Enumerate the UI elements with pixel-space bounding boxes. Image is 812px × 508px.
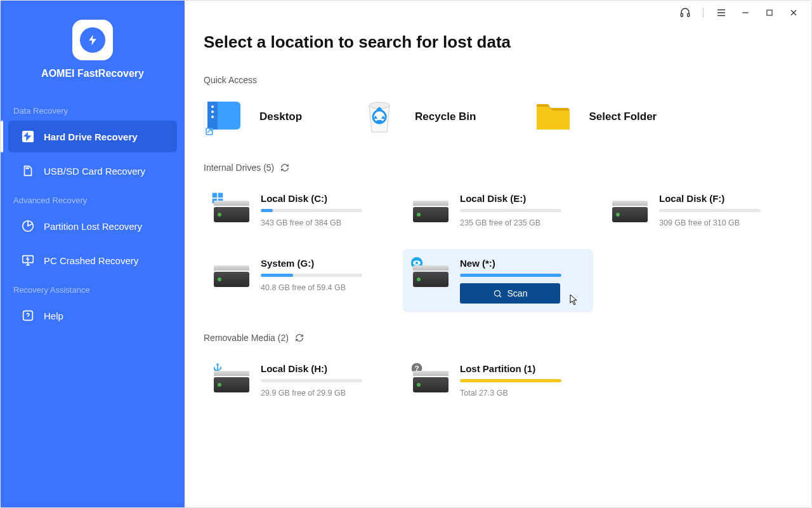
drive-local-e[interactable]: Local Disk (E:) 235 GB free of 235 GB — [403, 184, 593, 236]
sidebar-item-label: USB/SD Card Recovery — [44, 166, 145, 177]
folder-icon — [533, 97, 573, 137]
drive-free: 235 GB free of 235 GB — [460, 218, 583, 227]
headset-icon[interactable] — [679, 6, 691, 19]
sidebar-item-help[interactable]: Help — [8, 300, 177, 331]
sidebar-item-label: PC Crashed Recovery — [44, 255, 138, 266]
usage-bar — [659, 209, 761, 212]
hdd-icon — [413, 260, 449, 287]
drive-lost-partition[interactable]: ? Lost Partition (1) Total 27.3 GB — [403, 354, 593, 406]
drive-name: Local Disk (E:) — [460, 193, 583, 204]
drive-free: 309 GB free of 310 GB — [659, 218, 782, 227]
sidebar-item-partition-lost[interactable]: Partition Lost Recovery — [8, 210, 177, 242]
sidebar-item-label: Hard Drive Recovery — [44, 131, 138, 142]
quick-access-label: Desktop — [259, 110, 302, 123]
svg-point-10 — [211, 110, 214, 113]
refresh-icon[interactable] — [280, 163, 289, 172]
sidebar-section-label: Advanced Recovery — [1, 188, 185, 209]
scan-button[interactable]: Scan — [460, 283, 560, 304]
app-name: AOMEI FastRecovery — [41, 68, 144, 79]
help-icon — [21, 309, 35, 323]
main-content: Select a location to search for lost dat… — [185, 1, 811, 507]
svg-rect-14 — [213, 193, 218, 198]
sidebar-item-pc-crashed[interactable]: PC Crashed Recovery — [8, 244, 177, 276]
hdd-icon — [214, 260, 249, 287]
sidebar-item-usb-sd-recovery[interactable]: USB/SD Card Recovery — [8, 155, 177, 187]
svg-rect-15 — [218, 193, 223, 198]
hard-drive-icon — [21, 130, 35, 144]
quick-access-row: Desktop Recycle Bin Select Folder — [204, 97, 792, 137]
drive-local-f[interactable]: Local Disk (F:) 309 GB free of 310 GB — [602, 184, 792, 236]
svg-point-11 — [211, 116, 214, 118]
usage-bar — [261, 274, 362, 277]
usage-bar — [261, 379, 362, 382]
drive-free: 343 GB free of 384 GB — [261, 218, 384, 227]
quick-access-recycle-bin[interactable]: Recycle Bin — [359, 97, 476, 137]
svg-point-21 — [494, 290, 500, 296]
drive-free: 40.8 GB free of 59.4 GB — [261, 283, 384, 292]
hdd-icon — [214, 196, 249, 222]
hdd-icon — [612, 196, 648, 222]
svg-rect-4 — [681, 14, 683, 17]
quick-access-label: Quick Access — [204, 75, 792, 85]
hdd-icon — [413, 196, 449, 222]
recycle-bin-icon — [359, 97, 400, 137]
menu-icon[interactable] — [715, 6, 728, 19]
sd-card-icon — [21, 164, 35, 178]
usage-bar — [460, 379, 561, 382]
quick-access-desktop[interactable]: Desktop — [204, 97, 302, 137]
hdd-icon — [214, 366, 249, 392]
svg-rect-5 — [688, 14, 690, 17]
minimize-icon[interactable] — [739, 6, 752, 19]
sidebar-section-label: Data Recovery — [1, 98, 185, 119]
usage-bar — [460, 209, 561, 212]
drive-name: Local Disk (F:) — [659, 193, 782, 204]
sidebar-item-label: Help — [44, 311, 63, 321]
usage-bar — [460, 274, 561, 277]
usage-bar — [261, 209, 362, 212]
app-logo: AOMEI FastRecovery — [1, 20, 185, 79]
scan-button-label: Scan — [508, 288, 528, 298]
sidebar-section-label: Recovery Assistance — [1, 277, 185, 298]
refresh-icon[interactable] — [295, 333, 304, 342]
internal-drives-label: Internal Drives (5) — [204, 163, 792, 173]
drive-system-g[interactable]: System (G:) 40.8 GB free of 59.4 GB — [204, 249, 394, 312]
hdd-icon: ? — [413, 366, 449, 392]
removable-media-grid: Local Disk (H:) 29.9 GB free of 29.9 GB … — [204, 354, 792, 406]
drive-new[interactable]: New (*:) Scan — [403, 249, 593, 312]
sidebar-item-hard-drive-recovery[interactable]: Hard Drive Recovery — [8, 121, 177, 152]
drive-name: New (*:) — [460, 258, 583, 269]
drive-free: Total 27.3 GB — [460, 389, 583, 398]
page-title: Select a location to search for lost dat… — [204, 32, 792, 52]
quick-access-label: Select Folder — [589, 110, 657, 123]
svg-point-9 — [211, 105, 214, 108]
sidebar-item-label: Partition Lost Recovery — [44, 221, 142, 232]
app-logo-icon — [72, 20, 113, 60]
drive-name: Local Disk (H:) — [261, 363, 384, 374]
partition-icon — [21, 219, 35, 233]
sidebar: AOMEI FastRecovery Data Recovery Hard Dr… — [1, 1, 185, 507]
drive-free: 29.9 GB free of 29.9 GB — [261, 389, 384, 398]
drive-name: Local Disk (C:) — [261, 193, 384, 204]
titlebar-separator — [703, 8, 704, 18]
internal-drives-grid: Local Disk (C:) 343 GB free of 384 GB Lo… — [204, 184, 792, 312]
removable-media-label: Removable Media (2) — [204, 333, 792, 343]
close-icon[interactable] — [787, 6, 800, 19]
drive-local-c[interactable]: Local Disk (C:) 343 GB free of 384 GB — [204, 184, 394, 236]
svg-rect-6 — [767, 10, 772, 15]
drive-name: System (G:) — [261, 258, 384, 269]
app-window: AOMEI FastRecovery Data Recovery Hard Dr… — [0, 0, 812, 508]
desktop-icon — [204, 97, 244, 137]
titlebar — [185, 1, 811, 25]
quick-access-label: Recycle Bin — [415, 110, 476, 123]
svg-point-20 — [416, 262, 418, 264]
drive-local-h[interactable]: Local Disk (H:) 29.9 GB free of 29.9 GB — [204, 354, 394, 406]
maximize-icon[interactable] — [763, 6, 776, 19]
quick-access-select-folder[interactable]: Select Folder — [533, 97, 657, 137]
drive-name: Lost Partition (1) — [460, 363, 583, 374]
monitor-bolt-icon — [21, 253, 35, 267]
